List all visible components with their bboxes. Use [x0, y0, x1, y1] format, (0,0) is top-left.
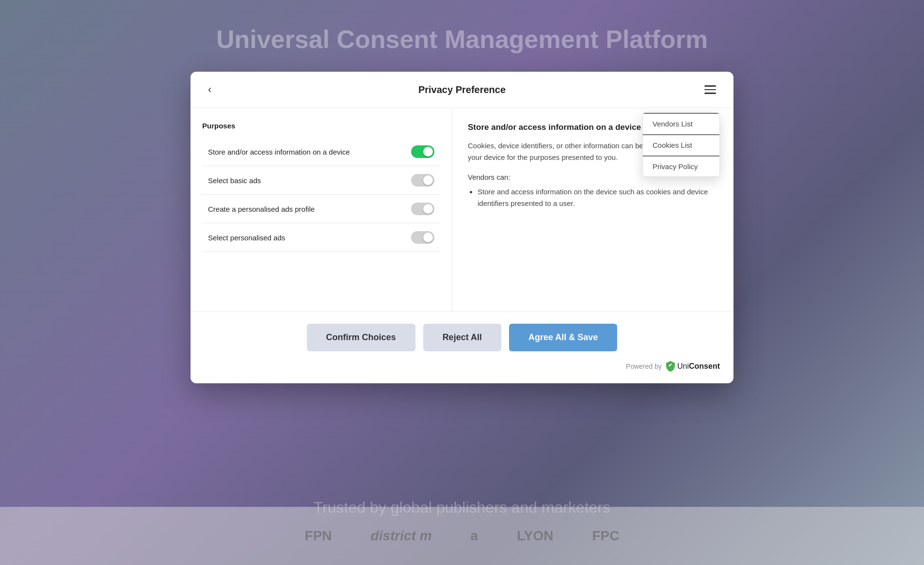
toggle-thumb-store-access — [423, 147, 433, 157]
purpose-item-store-access[interactable]: Store and/or access information on a dev… — [202, 138, 440, 166]
purpose-item-basic-ads[interactable]: Select basic ads — [202, 166, 440, 195]
purposes-label: Purposes — [202, 122, 440, 130]
privacy-preference-modal: ‹ Privacy Preference Vendors List Cookie… — [191, 72, 733, 383]
consent-text: Consent — [689, 362, 720, 370]
logo-lyon: LYON — [517, 528, 553, 544]
back-button[interactable]: ‹ — [204, 81, 215, 98]
vendors-can-list: Store and access information on the devi… — [468, 186, 718, 209]
toggle-track-store-access — [411, 145, 434, 158]
footer-buttons: Confirm Choices Reject All Agree All & S… — [204, 324, 720, 351]
purposes-panel: Purposes Store and/or access information… — [191, 108, 452, 312]
logo-districtm: district m — [371, 528, 432, 544]
dropdown-item-cookies-list[interactable]: Cookies List — [643, 134, 719, 156]
powered-by-label: Powered by — [626, 362, 662, 370]
shield-icon — [666, 361, 675, 372]
uniconsent-logo: UniConsent — [666, 361, 720, 372]
purpose-label-basic-ads: Select basic ads — [208, 176, 411, 185]
bg-page-title: Universal Consent Management Platform — [216, 24, 708, 54]
purpose-label-personalised-profile: Create a personalised ads profile — [208, 205, 411, 213]
toggle-thumb-basic-ads — [423, 175, 433, 185]
confirm-choices-button[interactable]: Confirm Choices — [307, 324, 415, 351]
modal-footer: Confirm Choices Reject All Agree All & S… — [191, 312, 733, 383]
powered-by-bar: Powered by UniConsent — [204, 361, 720, 372]
menu-button[interactable] — [701, 83, 720, 96]
toggle-basic-ads[interactable] — [411, 174, 434, 187]
logo-fpn: FPN — [305, 528, 332, 544]
agree-all-save-button[interactable]: Agree All & Save — [509, 324, 617, 351]
menu-line-2 — [704, 89, 716, 91]
toggle-track-personalised-profile — [411, 203, 434, 215]
toggle-thumb-personalised-profile — [423, 204, 433, 214]
reject-all-button[interactable]: Reject All — [423, 324, 501, 351]
purpose-label-store-access: Store and/or access information on a dev… — [208, 148, 411, 156]
menu-line-3 — [704, 93, 716, 94]
toggle-thumb-personalised-ads — [423, 233, 433, 242]
dropdown-item-vendors-list[interactable]: Vendors List — [643, 113, 719, 134]
toggle-track-personalised-ads — [411, 231, 434, 244]
vendors-can-item-1: Store and access information on the devi… — [478, 186, 718, 209]
menu-line-1 — [704, 85, 716, 87]
toggle-track-basic-ads — [411, 174, 434, 187]
purpose-item-personalised-ads[interactable]: Select personalised ads — [202, 223, 440, 252]
uni-text: Uni — [677, 362, 689, 370]
purpose-label-personalised-ads: Select personalised ads — [208, 234, 411, 242]
uniconsent-brand-text: UniConsent — [677, 362, 720, 371]
toggle-store-access[interactable] — [411, 145, 434, 158]
logos-bar: FPN district m a LYON FPC — [0, 507, 924, 565]
logo-amazon: a — [471, 528, 478, 544]
dropdown-item-privacy-policy[interactable]: Privacy Policy — [643, 156, 719, 176]
logo-fpc: FPC — [592, 528, 619, 544]
purpose-item-personalised-profile[interactable]: Create a personalised ads profile — [202, 195, 440, 223]
dropdown-menu: Vendors List Cookies List Privacy Policy — [642, 112, 720, 177]
toggle-personalised-profile[interactable] — [411, 203, 434, 215]
modal-header: ‹ Privacy Preference Vendors List Cookie… — [191, 72, 733, 108]
modal-title: Privacy Preference — [418, 84, 506, 95]
toggle-personalised-ads[interactable] — [411, 231, 434, 244]
